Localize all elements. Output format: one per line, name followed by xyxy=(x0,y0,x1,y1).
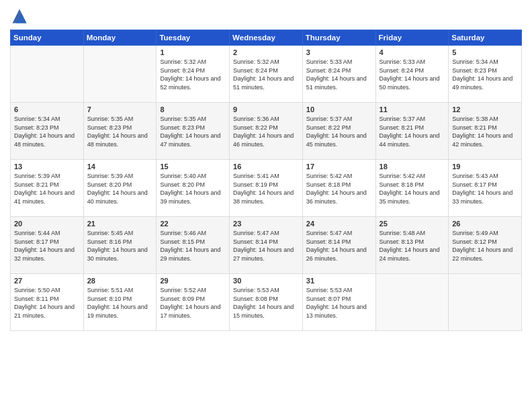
calendar-cell: 25Sunrise: 5:48 AMSunset: 8:13 PMDayligh… xyxy=(375,217,449,274)
day-number: 29 xyxy=(160,277,226,285)
day-info: Sunrise: 5:49 AMSunset: 8:12 PMDaylight:… xyxy=(452,229,518,263)
day-info: Sunrise: 5:47 AMSunset: 8:14 PMDaylight:… xyxy=(233,229,299,263)
calendar-cell: 10Sunrise: 5:37 AMSunset: 8:22 PMDayligh… xyxy=(302,103,375,160)
day-info: Sunrise: 5:50 AMSunset: 8:11 PMDaylight:… xyxy=(14,286,80,320)
header xyxy=(10,7,522,26)
day-info: Sunrise: 5:36 AMSunset: 8:22 PMDaylight:… xyxy=(233,115,299,148)
calendar-week-row: 6Sunrise: 5:34 AMSunset: 8:23 PMDaylight… xyxy=(11,103,522,160)
calendar-cell: 6Sunrise: 5:34 AMSunset: 8:23 PMDaylight… xyxy=(11,103,84,160)
day-info: Sunrise: 5:46 AMSunset: 8:15 PMDaylight:… xyxy=(160,229,226,263)
calendar-cell: 30Sunrise: 5:53 AMSunset: 8:08 PMDayligh… xyxy=(230,274,303,331)
day-info: Sunrise: 5:45 AMSunset: 8:16 PMDaylight:… xyxy=(87,229,153,263)
calendar-cell: 12Sunrise: 5:38 AMSunset: 8:21 PMDayligh… xyxy=(449,103,522,160)
day-number: 21 xyxy=(87,220,153,228)
day-number: 16 xyxy=(233,163,299,171)
day-number: 14 xyxy=(87,163,153,171)
calendar-cell: 1Sunrise: 5:32 AMSunset: 8:24 PMDaylight… xyxy=(157,46,230,103)
calendar-cell: 29Sunrise: 5:52 AMSunset: 8:09 PMDayligh… xyxy=(157,274,230,331)
day-number: 22 xyxy=(160,220,226,228)
weekday-header-friday: Friday xyxy=(375,30,449,46)
day-info: Sunrise: 5:34 AMSunset: 8:23 PMDaylight:… xyxy=(452,58,518,91)
day-number: 28 xyxy=(87,277,153,285)
day-number: 23 xyxy=(233,220,299,228)
day-number: 5 xyxy=(452,48,518,56)
calendar-cell: 16Sunrise: 5:41 AMSunset: 8:19 PMDayligh… xyxy=(230,160,303,217)
day-info: Sunrise: 5:35 AMSunset: 8:23 PMDaylight:… xyxy=(160,115,226,148)
day-info: Sunrise: 5:32 AMSunset: 8:24 PMDaylight:… xyxy=(233,58,299,91)
logo xyxy=(10,7,32,26)
day-number: 19 xyxy=(452,163,518,171)
calendar-cell: 22Sunrise: 5:46 AMSunset: 8:15 PMDayligh… xyxy=(157,217,230,274)
logo-icon xyxy=(10,7,29,26)
day-number: 25 xyxy=(380,220,445,228)
day-info: Sunrise: 5:35 AMSunset: 8:23 PMDaylight:… xyxy=(87,115,153,148)
calendar-cell: 21Sunrise: 5:45 AMSunset: 8:16 PMDayligh… xyxy=(83,217,157,274)
page: SundayMondayTuesdayWednesdayThursdayFrid… xyxy=(0,0,532,411)
day-number: 15 xyxy=(160,163,226,171)
weekday-header-saturday: Saturday xyxy=(449,30,522,46)
day-number: 4 xyxy=(380,48,445,56)
day-info: Sunrise: 5:51 AMSunset: 8:10 PMDaylight:… xyxy=(87,286,153,320)
weekday-header-sunday: Sunday xyxy=(11,30,84,46)
calendar-cell xyxy=(11,46,84,103)
day-info: Sunrise: 5:44 AMSunset: 8:17 PMDaylight:… xyxy=(14,229,80,263)
calendar-cell: 17Sunrise: 5:42 AMSunset: 8:18 PMDayligh… xyxy=(302,160,375,217)
day-info: Sunrise: 5:33 AMSunset: 8:24 PMDaylight:… xyxy=(306,58,372,91)
day-number: 27 xyxy=(14,277,80,285)
day-info: Sunrise: 5:47 AMSunset: 8:14 PMDaylight:… xyxy=(306,229,372,263)
day-number: 24 xyxy=(306,220,372,228)
calendar-cell xyxy=(449,274,522,331)
day-info: Sunrise: 5:53 AMSunset: 8:07 PMDaylight:… xyxy=(306,286,372,320)
day-info: Sunrise: 5:42 AMSunset: 8:18 PMDaylight:… xyxy=(306,172,372,205)
day-number: 8 xyxy=(160,105,226,113)
day-info: Sunrise: 5:37 AMSunset: 8:21 PMDaylight:… xyxy=(380,115,445,148)
calendar-week-row: 1Sunrise: 5:32 AMSunset: 8:24 PMDaylight… xyxy=(11,46,522,103)
calendar-cell: 5Sunrise: 5:34 AMSunset: 8:23 PMDaylight… xyxy=(449,46,522,103)
day-info: Sunrise: 5:41 AMSunset: 8:19 PMDaylight:… xyxy=(233,172,299,205)
calendar-cell: 31Sunrise: 5:53 AMSunset: 8:07 PMDayligh… xyxy=(302,274,375,331)
day-info: Sunrise: 5:52 AMSunset: 8:09 PMDaylight:… xyxy=(160,286,226,320)
day-info: Sunrise: 5:33 AMSunset: 8:24 PMDaylight:… xyxy=(380,58,445,91)
calendar-cell: 2Sunrise: 5:32 AMSunset: 8:24 PMDaylight… xyxy=(230,46,303,103)
day-number: 13 xyxy=(14,163,80,171)
calendar-cell xyxy=(375,274,449,331)
calendar-cell: 11Sunrise: 5:37 AMSunset: 8:21 PMDayligh… xyxy=(375,103,449,160)
calendar-cell: 15Sunrise: 5:40 AMSunset: 8:20 PMDayligh… xyxy=(157,160,230,217)
day-number: 6 xyxy=(14,105,80,113)
calendar-cell: 4Sunrise: 5:33 AMSunset: 8:24 PMDaylight… xyxy=(375,46,449,103)
calendar-cell: 13Sunrise: 5:39 AMSunset: 8:21 PMDayligh… xyxy=(11,160,84,217)
day-number: 31 xyxy=(306,277,372,285)
calendar-table: SundayMondayTuesdayWednesdayThursdayFrid… xyxy=(10,30,522,331)
day-info: Sunrise: 5:40 AMSunset: 8:20 PMDaylight:… xyxy=(160,172,226,205)
day-number: 11 xyxy=(380,105,445,113)
day-info: Sunrise: 5:42 AMSunset: 8:18 PMDaylight:… xyxy=(380,172,445,205)
calendar-cell xyxy=(83,46,157,103)
calendar-cell: 20Sunrise: 5:44 AMSunset: 8:17 PMDayligh… xyxy=(11,217,84,274)
day-info: Sunrise: 5:34 AMSunset: 8:23 PMDaylight:… xyxy=(14,115,80,148)
day-info: Sunrise: 5:37 AMSunset: 8:22 PMDaylight:… xyxy=(306,115,372,148)
day-info: Sunrise: 5:43 AMSunset: 8:17 PMDaylight:… xyxy=(452,172,518,205)
calendar-cell: 23Sunrise: 5:47 AMSunset: 8:14 PMDayligh… xyxy=(230,217,303,274)
weekday-header-tuesday: Tuesday xyxy=(157,30,230,46)
day-number: 12 xyxy=(452,105,518,113)
day-number: 9 xyxy=(233,105,299,113)
day-info: Sunrise: 5:53 AMSunset: 8:08 PMDaylight:… xyxy=(233,286,299,320)
calendar-cell: 28Sunrise: 5:51 AMSunset: 8:10 PMDayligh… xyxy=(83,274,157,331)
calendar-cell: 26Sunrise: 5:49 AMSunset: 8:12 PMDayligh… xyxy=(449,217,522,274)
calendar-cell: 27Sunrise: 5:50 AMSunset: 8:11 PMDayligh… xyxy=(11,274,84,331)
day-number: 2 xyxy=(233,48,299,56)
day-info: Sunrise: 5:48 AMSunset: 8:13 PMDaylight:… xyxy=(380,229,445,263)
weekday-header-monday: Monday xyxy=(83,30,157,46)
calendar-cell: 8Sunrise: 5:35 AMSunset: 8:23 PMDaylight… xyxy=(157,103,230,160)
day-info: Sunrise: 5:39 AMSunset: 8:20 PMDaylight:… xyxy=(87,172,153,205)
day-number: 17 xyxy=(306,163,372,171)
day-number: 3 xyxy=(306,48,372,56)
day-number: 18 xyxy=(380,163,445,171)
calendar-cell: 19Sunrise: 5:43 AMSunset: 8:17 PMDayligh… xyxy=(449,160,522,217)
calendar-cell: 7Sunrise: 5:35 AMSunset: 8:23 PMDaylight… xyxy=(83,103,157,160)
calendar-week-row: 13Sunrise: 5:39 AMSunset: 8:21 PMDayligh… xyxy=(11,160,522,217)
day-number: 1 xyxy=(160,48,226,56)
day-info: Sunrise: 5:38 AMSunset: 8:21 PMDaylight:… xyxy=(452,115,518,148)
calendar-cell: 14Sunrise: 5:39 AMSunset: 8:20 PMDayligh… xyxy=(83,160,157,217)
day-number: 10 xyxy=(306,105,372,113)
